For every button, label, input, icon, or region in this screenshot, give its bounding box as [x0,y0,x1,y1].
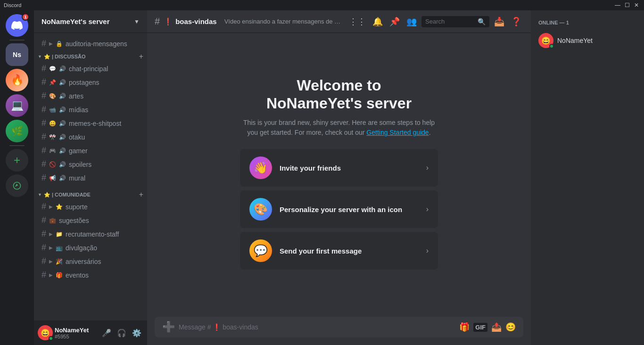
explore-servers-button[interactable] [6,174,28,197]
channel-arrow-icon: ▶ [49,245,53,250]
invite-label: Invite your friends [280,164,419,172]
channel-item-divulgacao[interactable]: # ▶ 📺 divulgação [38,241,143,255]
user-status-dot [49,336,53,341]
channel-name: mural [69,174,140,182]
server-icon-discord[interactable]: 1 [6,14,28,37]
search-icon: 🔍 [478,18,486,25]
channel-name: memes-e-shitpost [69,120,140,127]
headset-icon[interactable]: 🎧 [115,327,128,339]
server-header-chevron-icon: ▼ [134,18,140,25]
personalize-icon: 🎨 [249,198,272,221]
notification-bell-icon[interactable]: 🔔 [371,15,385,29]
invite-friends-card[interactable]: 👋 Invite your friends › [240,149,438,187]
send-message-chevron-icon: › [426,246,429,255]
channel-item-aniversarios[interactable]: # ▶ 🎉 aniversários [38,255,143,268]
message-input-field[interactable] [179,323,455,331]
add-server-button[interactable]: + [6,149,28,172]
channel-name: eventos [66,271,140,279]
server-icon-ns[interactable]: Ns [6,43,28,66]
personalize-card[interactable]: 🎨 Personalize your server with an icon › [240,190,438,228]
server-header[interactable]: NoNameYet's server ▼ [34,10,147,33]
emoji-icon[interactable]: 😊 [505,322,516,332]
settings-icon[interactable]: ⚙️ [130,327,143,339]
channel-item-otaku[interactable]: # 🎌 🔊 otaku [38,130,143,144]
server-name: NoNameYet's server [41,17,110,25]
help-icon[interactable]: ❓ [509,15,523,29]
category-comunidade[interactable]: ▼ ⭐ | COMUNIDADE + [34,189,147,200]
sidebar-footer: 😄 NoNameYet #5955 🎤 🎧 ⚙️ [34,320,147,345]
server-icon-ffe[interactable]: 🔥 [6,69,28,91]
personalize-chevron-icon: › [426,205,429,214]
category-arrow-icon: ▼ [38,54,42,59]
channel-name: chat-principal [69,65,140,73]
search-placeholder: Search [425,18,475,25]
app-title: Discord [4,2,21,8]
channel-item-spoilers[interactable]: # 🚫 🔊 spoilers [38,157,143,171]
channel-name: spoilers [69,161,140,168]
close-button[interactable]: ✕ [633,1,640,9]
maximize-button[interactable]: ☐ [623,1,631,9]
channel-arrow-icon: ▶ [49,204,53,209]
channel-item-eventos[interactable]: # ▶ 🎁 eventos [38,268,143,282]
channel-arrow-icon: ▶ [49,231,53,237]
pin-icon[interactable]: 📌 [388,15,402,29]
online-header: ONLINE — 1 [535,18,640,27]
message-input-container: ➕ 🎁 GIF 📤 😊 [155,317,523,337]
gift-icon[interactable]: 🎁 [459,322,470,332]
server-icon-hop[interactable]: 🌿 [6,120,28,142]
channel-item-chat-principal[interactable]: # 💬 🔊 chat-principal [38,62,143,75]
welcome-subtitle: This is your brand new, shiny server. He… [240,118,438,138]
top-bar: # ❗ boas-vindas Vídeo ensinando a fazer … [147,10,531,33]
channel-name: divulgação [66,244,140,252]
channel-name: recrutamento-staff [66,230,140,238]
category-label-comunidade: ▼ ⭐ | COMUNIDADE [38,192,91,198]
server-divider-2 [9,145,25,146]
hash-icon: # [41,243,46,253]
member-status-dot [549,44,554,49]
category-discussao[interactable]: ▼ ⭐ | DISCUSSÃO + [34,50,147,62]
messages-area: Welcome toNoNameYet's server This is you… [147,33,531,317]
channel-arrow-icon: ▶ [49,41,53,46]
username-label: NoNameYet [55,327,98,334]
channel-item-midias[interactable]: # 📹 🔊 mídias [38,103,143,116]
channel-item-sugestoes[interactable]: # 💼 sugestões [38,214,143,227]
channel-name: mídias [69,106,140,114]
category-label-discussao: ▼ ⭐ | DISCUSSÃO [38,54,86,60]
channel-item-memes[interactable]: # 😄 🔊 memes-e-shitpost [38,116,143,130]
inbox-icon[interactable]: 📥 [492,15,506,29]
hash-icon: # [41,105,46,115]
channel-name: artes [69,92,140,100]
sticker-icon[interactable]: 📤 [491,322,502,332]
member-avatar: 😄 [538,33,553,48]
member-item-nonameyet[interactable]: 😄 NoNameYet [535,31,640,50]
message-input-bar: ➕ 🎁 GIF 📤 😊 [147,317,531,345]
add-attachment-button[interactable]: ➕ [162,321,175,333]
user-avatar[interactable]: 😄 [38,325,53,340]
send-message-card[interactable]: 💬 Send your first message › [240,232,438,270]
channel-item-recrutamento[interactable]: # ▶ 📁 recrutamento-staff [38,227,143,241]
minimize-button[interactable]: — [614,1,621,9]
getting-started-link[interactable]: Getting Started guide [366,129,429,136]
microphone-icon[interactable]: 🎤 [100,327,113,339]
search-bar[interactable]: Search 🔍 [421,16,489,27]
members-icon[interactable]: 👥 [405,15,419,29]
gif-icon[interactable]: GIF [473,323,487,332]
send-message-label: Send your first message [280,247,419,255]
threads-icon[interactable]: ⋮⋮ [347,15,368,29]
channel-item-postagens[interactable]: # 📌 🔊 postagens [38,75,143,89]
invite-chevron-icon: › [426,164,429,172]
server-hop-icon: 🌿 [11,125,23,137]
server-icon-s[interactable]: 💻 [6,94,28,117]
hash-icon: # [41,118,46,128]
channel-item-gamer[interactable]: # 🎮 🔊 gamer [38,144,143,157]
channel-list: # ▶ 🔒 auditoria-mensagens ▼ ⭐ | DISCUSSÃ… [34,33,147,320]
channel-item-artes[interactable]: # 🎨 🔊 artes [38,89,143,103]
category-add-comunidade-button[interactable]: + [139,190,143,199]
channel-item-audit[interactable]: # ▶ 🔒 auditoria-mensagens [38,37,143,50]
hash-icon: # [41,64,46,74]
channel-item-mural[interactable]: # 📢 🔊 mural [38,171,143,185]
member-name: NoNameYet [557,37,593,44]
category-add-button[interactable]: + [139,52,143,61]
channel-item-suporte[interactable]: # ▶ ⭐ suporte [38,200,143,214]
hash-icon: # [41,229,46,239]
